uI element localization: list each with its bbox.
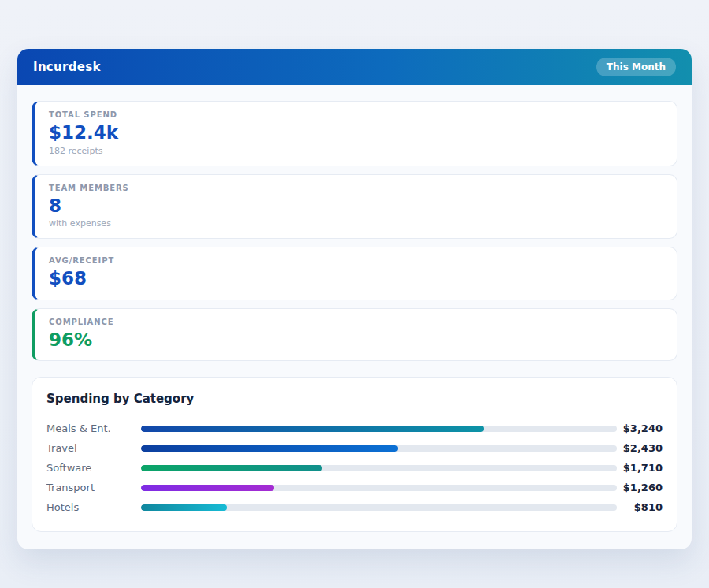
bar-track [141, 445, 617, 452]
app-header: Incurdesk This Month [17, 49, 692, 85]
stat-label: TEAM MEMBERS [49, 184, 663, 192]
stat-card-total-spend: TOTAL SPEND$12.4k182 receipts [32, 101, 677, 166]
amount-label: $1,710 [617, 462, 663, 474]
panel-content: TOTAL SPEND$12.4k182 receiptsTEAM MEMBER… [17, 85, 692, 549]
bar-fill [141, 485, 274, 491]
bar-fill [141, 465, 322, 471]
stat-subtext: with expenses [49, 218, 663, 229]
stat-card-avg-receipt: AVG/RECEIPT$68 [32, 247, 677, 300]
stat-value: $12.4k [49, 122, 663, 144]
bar-row: Software$1,710 [46, 458, 663, 478]
stat-label: AVG/RECEIPT [49, 256, 663, 265]
stat-card-team-members: TEAM MEMBERS8with expenses [32, 174, 677, 240]
stat-label: TOTAL SPEND [49, 110, 663, 119]
bar-row: Meals & Ent.$3,240 [46, 419, 663, 438]
category-label: Travel [46, 442, 141, 454]
bar-track [141, 485, 617, 491]
amount-label: $2,430 [617, 442, 663, 454]
bar-fill [141, 504, 227, 511]
bar-track [141, 465, 617, 471]
category-label: Transport [46, 482, 141, 493]
bar-track [141, 504, 617, 511]
bar-row: Travel$2,430 [46, 438, 663, 458]
stat-value: 96% [49, 329, 663, 352]
bar-track [141, 426, 617, 432]
bar-row: Hotels$810 [46, 497, 663, 517]
bar-fill [141, 445, 398, 452]
spending-title: Spending by Category [46, 392, 663, 406]
period-badge[interactable]: This Month [596, 58, 676, 76]
amount-label: $810 [617, 501, 663, 513]
stat-card-compliance: COMPLIANCE96% [32, 308, 677, 362]
bar-row: Transport$1,260 [46, 478, 663, 497]
amount-label: $1,260 [617, 482, 663, 493]
stat-value: $68 [49, 268, 663, 290]
stat-subtext: 182 receipts [49, 146, 663, 156]
stat-label: COMPLIANCE [49, 318, 663, 326]
category-label: Meals & Ent. [46, 422, 141, 434]
bar-fill [141, 426, 484, 432]
amount-label: $3,240 [617, 422, 663, 434]
category-label: Hotels [46, 501, 141, 513]
app-title: Incurdesk [33, 60, 101, 74]
spending-card: Spending by Category Meals & Ent.$3,240T… [32, 377, 677, 532]
category-rows: Meals & Ent.$3,240Travel$2,430Software$1… [46, 419, 663, 517]
stats-list: TOTAL SPEND$12.4k182 receiptsTEAM MEMBER… [32, 101, 677, 361]
category-label: Software [46, 462, 141, 474]
app-panel: Incurdesk This Month TOTAL SPEND$12.4k18… [17, 49, 692, 549]
stat-value: 8 [49, 195, 663, 218]
